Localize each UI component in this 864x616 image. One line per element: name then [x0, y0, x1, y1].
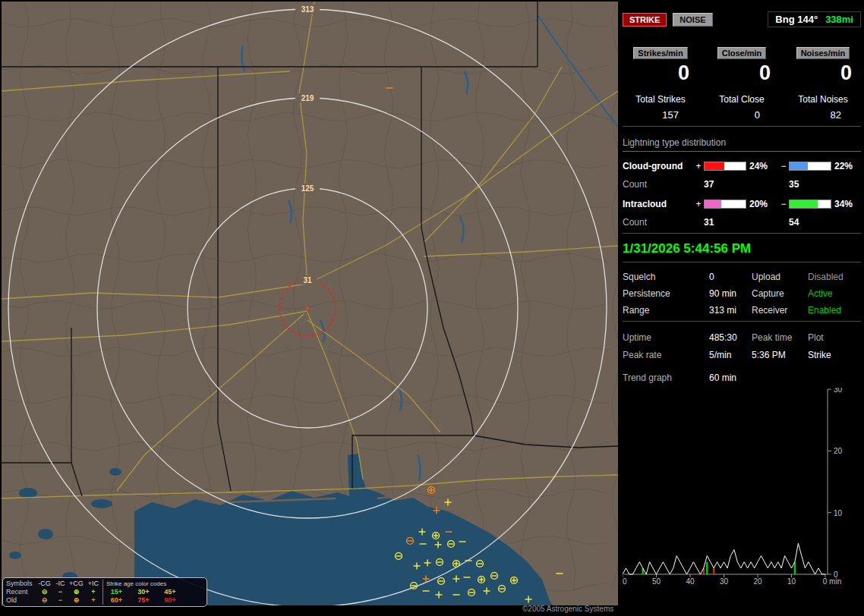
trend-red-bar	[713, 568, 714, 574]
divider	[623, 262, 861, 262]
map-canvas: 31321912531	[2, 2, 618, 605]
current-datetime: 1/31/2026 5:44:56 PM	[623, 241, 861, 256]
age-90: 90+	[157, 596, 183, 605]
peak-time-label: Peak time	[752, 332, 808, 343]
svg-text:10: 10	[787, 577, 796, 586]
distribution-title: Lightning type distribution	[623, 137, 861, 152]
close-per-min-value: 0	[704, 61, 780, 85]
legend-col-nic: -IC	[52, 580, 68, 588]
cg-plus-count: 37	[704, 179, 746, 190]
receiver-state: Enabled	[808, 305, 861, 316]
uptime-label: Uptime	[623, 332, 709, 343]
sensor-location-dot	[306, 306, 309, 310]
legend-col-pcg: +CG	[68, 580, 84, 588]
close-per-min-chip[interactable]: Close/min	[717, 47, 767, 59]
legend-old-label: Old	[6, 596, 36, 605]
ic-plus-bar	[704, 200, 746, 209]
capture-label: Capture	[752, 288, 808, 299]
copyright-text: ©2005 Astrogenic Systems	[522, 605, 613, 613]
range-label: Range	[623, 305, 709, 316]
settings-table: Squelch 0 Upload Disabled Persistence 90…	[623, 272, 861, 316]
recent-pic-icon: +	[84, 588, 102, 596]
total-close-value: 0	[704, 109, 780, 121]
total-strikes-label: Total Strikes	[623, 94, 698, 105]
uptime-table: Uptime 485:30 Peak time Plot Peak rate 5…	[623, 332, 861, 360]
ring-label-31: 31	[303, 276, 312, 284]
ring-label-313: 313	[301, 5, 314, 14]
total-noises-label: Total Noises	[785, 94, 861, 105]
ic-minus-pct: 34%	[831, 199, 861, 209]
age-75: 75+	[130, 596, 157, 605]
cg-plus-pct: 24%	[746, 161, 778, 171]
cg-plus-bar	[704, 162, 746, 171]
persistence-value: 90 min	[709, 288, 752, 299]
plus-sign: +	[693, 199, 704, 209]
legend-age-header: Strike age color codes	[102, 580, 183, 588]
minus-sign: −	[778, 161, 789, 171]
old-pcg-icon: ⊕	[68, 596, 84, 605]
squelch-value: 0	[709, 272, 752, 282]
ring-label-219: 219	[301, 94, 314, 102]
cloud-ground-row: Cloud-ground + 24% − 22%	[623, 161, 861, 171]
age-30: 30+	[130, 588, 157, 596]
legend-recent-label: Recent	[6, 588, 36, 596]
noise-button[interactable]: NOISE	[673, 13, 712, 27]
divider	[623, 126, 861, 127]
capture-state: Active	[808, 288, 861, 299]
recent-nic-icon: −	[52, 588, 68, 596]
legend-col-pic: +IC	[84, 580, 102, 588]
bearing-distance: 338mi	[825, 14, 853, 25]
svg-text:30: 30	[834, 388, 843, 394]
svg-text:10: 10	[834, 509, 843, 517]
upload-state: Disabled	[808, 272, 861, 282]
cg-minus-count: 35	[789, 179, 831, 190]
legend-symbols-header: Symbols	[6, 580, 36, 588]
cloud-ground-count-row: Count 37 35	[623, 179, 861, 190]
age-60: 60+	[102, 596, 130, 605]
status-panel: STRIKE NOISE Bng 144° 338mi Strikes/min …	[621, 0, 862, 616]
strikes-per-min-value: 0	[623, 61, 698, 85]
uptime-value: 485:30	[709, 332, 752, 343]
ic-minus-count: 54	[789, 217, 831, 228]
persistence-label: Persistence	[623, 288, 709, 299]
recent-pcg-icon: ⊕	[68, 588, 84, 596]
recent-ncg-icon: ⊖	[36, 588, 52, 596]
intracloud-row: Intracloud + 20% − 34%	[623, 199, 861, 209]
receiver-label: Receiver	[752, 305, 808, 316]
ring-label-125: 125	[301, 184, 314, 193]
plot-value: Strike	[808, 350, 861, 360]
peak-rate-label: Peak rate	[623, 350, 709, 360]
count-label: Count	[623, 217, 693, 228]
nexstorm-app: 31321912531 Symbols -CG -IC +CG +IC Stri…	[0, 0, 864, 616]
radar-map: 31321912531 Symbols -CG -IC +CG +IC Stri…	[2, 2, 618, 605]
ic-plus-pct: 20%	[746, 199, 778, 209]
cg-minus-bar	[789, 162, 831, 171]
plot-label: Plot	[808, 332, 861, 343]
ic-plus-count: 31	[704, 217, 746, 228]
trend-window-value: 60 min	[709, 372, 861, 383]
total-noises-value: 82	[785, 109, 861, 121]
trend-graph: 30201006050403020100 min	[623, 388, 862, 586]
upload-label: Upload	[752, 272, 808, 282]
svg-text:40: 40	[686, 577, 695, 586]
svg-text:0 min: 0 min	[823, 577, 841, 586]
map-legend: Symbols -CG -IC +CG +IC Strike age color…	[2, 577, 207, 607]
count-label: Count	[623, 179, 693, 190]
svg-text:20: 20	[834, 447, 843, 455]
intracloud-count-row: Count 31 54	[623, 217, 861, 228]
divider	[623, 321, 861, 322]
lake-pontchartrain	[142, 526, 172, 539]
age-45: 45+	[157, 588, 183, 596]
strikes-per-min-chip[interactable]: Strikes/min	[633, 47, 687, 59]
cg-minus-pct: 22%	[831, 161, 861, 171]
old-ncg-icon: ⊖	[36, 596, 52, 605]
range-value: 313 mi	[709, 305, 752, 316]
legend-col-ncg: -CG	[36, 580, 52, 588]
bearing-readout: Bng 144° 338mi	[768, 11, 861, 27]
cloud-ground-label: Cloud-ground	[623, 161, 693, 171]
total-close-label: Total Close	[704, 94, 780, 105]
old-pic-icon: +	[84, 596, 102, 605]
strike-button[interactable]: STRIKE	[623, 13, 667, 27]
noises-per-min-chip[interactable]: Noises/min	[796, 47, 850, 59]
peak-time-value: 5:36 PM	[752, 350, 808, 360]
